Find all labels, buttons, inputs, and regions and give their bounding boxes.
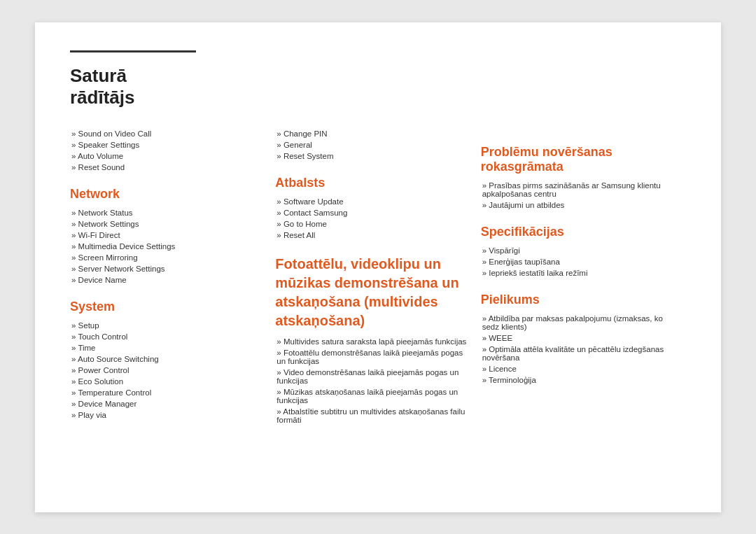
list-item: Software Update (275, 197, 466, 206)
section-title: Specifikācijas (481, 225, 672, 239)
list-item: Auto Volume (70, 152, 261, 160)
list-item: Fotoattēlu demonstrēšanas laikā pieejamā… (275, 349, 466, 365)
section-title: Pielikums (481, 293, 672, 307)
content-grid: Sound on Video CallSpeaker SettingsAuto … (70, 129, 686, 427)
list-item: Licence (481, 365, 672, 373)
list-item: Go to Home (275, 220, 466, 228)
list-item: Screen Mirroring (70, 253, 261, 262)
list-item: Vispārīgi (481, 246, 672, 255)
list-item: Optimāla attēla kvalitāte un pēcattēlu i… (481, 345, 672, 362)
page-title: Saturā rādītājs (70, 65, 196, 108)
list-item: Video demonstrēšanas laikā pieejamās pog… (275, 368, 466, 385)
list-item: Change PIN (275, 129, 466, 138)
list-item: Network Settings (70, 220, 261, 228)
col2: Change PINGeneralReset SystemAtbalstsSof… (275, 129, 480, 427)
list-item: Device Manager (70, 400, 261, 408)
list-item: Reset System (275, 152, 466, 160)
list-item: Enerģijas taupīšana (481, 258, 672, 266)
title-section: Saturā rādītājs (70, 50, 196, 108)
col1: Sound on Video CallSpeaker SettingsAuto … (70, 129, 275, 422)
list-item: General (275, 141, 466, 149)
section-title: System (70, 300, 261, 314)
list-item: Multimedia Device Settings (70, 242, 261, 251)
list-item: Time (70, 344, 261, 352)
section-title: Atbalsts (275, 176, 466, 190)
page: Saturā rādītājs Sound on Video CallSpeak… (35, 22, 721, 512)
list-item: Multivides satura saraksta lapā pieejamā… (275, 337, 466, 346)
list-item: Auto Source Switching (70, 355, 261, 363)
col1-top-items: Sound on Video CallSpeaker SettingsAuto … (70, 129, 261, 171)
list-item: Jautājumi un atbildes (481, 201, 672, 209)
list-item: Wi-Fi Direct (70, 231, 261, 239)
list-item: Sound on Video Call (70, 129, 261, 138)
list-item: Device Name (70, 276, 261, 284)
col2-top-items: Change PINGeneralReset System (275, 129, 466, 160)
list-item: Atbalstītie subtitru un multivides atska… (275, 407, 466, 424)
section-title: Fotoattēlu, videoklipu un mūzikas demons… (275, 255, 466, 330)
list-item: WEEE (481, 334, 672, 342)
list-item: Network Status (70, 209, 261, 217)
list-item: Contact Samsung (275, 209, 466, 217)
list-item: Iepriekš iestatīti laika režīmi (481, 269, 672, 277)
list-item: Prasības pirms sazināšanās ar Samsung kl… (481, 181, 672, 198)
list-item: Eco Solution (70, 377, 261, 386)
section-title: Problēmu novēršanas rokasgrāmata (481, 145, 672, 174)
list-item: Server Network Settings (70, 265, 261, 273)
list-item: Atbildība par maksas pakalpojumu (izmaks… (481, 314, 672, 331)
list-item: Temperature Control (70, 388, 261, 397)
list-item: Mūzikas atskaņošanas laikā pieejamās pog… (275, 388, 466, 405)
list-item: Speaker Settings (70, 141, 261, 149)
section-title: Network (70, 187, 261, 202)
list-item: Terminoloģija (481, 376, 672, 384)
list-item: Play via (70, 411, 261, 419)
list-item: Reset All (275, 231, 466, 239)
list-item: Reset Sound (70, 163, 261, 171)
col3: Problēmu novēršanas rokasgrāmataPrasības… (481, 129, 686, 387)
list-item: Power Control (70, 366, 261, 374)
list-item: Touch Control (70, 332, 261, 341)
list-item: Setup (70, 321, 261, 330)
